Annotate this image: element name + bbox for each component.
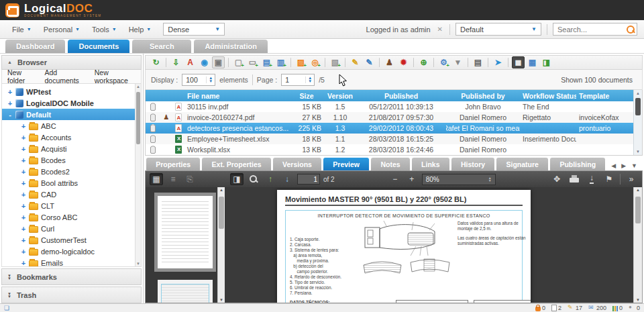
separator[interactable]: +	[488, 58, 488, 67]
tree-toggle[interactable]: +	[19, 236, 28, 244]
browser-panel-header[interactable]: ▲ Browser	[1, 55, 142, 70]
detail-tab[interactable]: Notes	[371, 158, 410, 170]
scroll-up-icon[interactable]: ▲	[634, 91, 642, 95]
table-row[interactable]: ♟ 30115 inv.pdf 15 KB 1.5 05/12/2011 10:…	[146, 101, 633, 112]
copy-icon[interactable]: ▣ +	[212, 56, 225, 68]
menu-item[interactable]: Tools ▼	[87, 23, 122, 36]
scrollbar-thumb[interactable]	[635, 98, 641, 115]
workflow-tasks-count[interactable]: 0	[612, 305, 623, 311]
density-select[interactable]: Dense ▼	[163, 23, 225, 36]
table-row[interactable]: ♟ Employee+Timesheet.xlsx 18 KB 1.1 28/0…	[146, 134, 633, 144]
subscribe-icon[interactable]: ▨ +	[294, 56, 307, 68]
tree-item[interactable]: + LogicalDOC Mobile	[2, 97, 141, 109]
tree-toggle[interactable]: +	[19, 202, 28, 210]
main-tab[interactable]: Documents	[68, 40, 129, 53]
collapse-icon[interactable]: ▲	[7, 61, 12, 64]
main-tab[interactable]: Search	[132, 40, 191, 53]
preview-scrollbar[interactable]: ▲ ▼	[633, 187, 642, 303]
scrollbar-thumb[interactable]	[136, 92, 140, 144]
scan-icon[interactable]: ▭ +	[246, 56, 259, 68]
detail-tab[interactable]: Preview	[323, 158, 369, 170]
zoom-in-button[interactable]: +	[405, 173, 419, 185]
tree-toggle[interactable]: -	[6, 111, 14, 119]
page-number-spinner[interactable]: ▲▼	[281, 74, 315, 86]
detail-tab[interactable]: Publishing	[550, 158, 605, 170]
tree-item[interactable]: + Bcodes2	[2, 166, 141, 177]
download-icon[interactable]: ↓	[585, 173, 598, 185]
tree-toggle[interactable]: +	[19, 225, 28, 233]
checked-out-count[interactable]: 2	[551, 305, 561, 311]
edit-icon[interactable]: ✎ +	[363, 56, 376, 68]
view-list-icon[interactable]: ◼ +	[512, 56, 525, 68]
bookmark-icon[interactable]: ⚑	[602, 173, 616, 185]
previous-page-button[interactable]: ↑	[264, 173, 277, 185]
tree-toggle[interactable]: +	[19, 213, 28, 221]
page-number-input[interactable]	[285, 76, 305, 84]
tree-item[interactable]: + Emails	[2, 257, 141, 267]
tree-item[interactable]: - Default	[2, 109, 141, 120]
tree-item[interactable]: + Corso ABC	[2, 211, 141, 223]
column-header-published[interactable]: Published	[356, 90, 446, 101]
table-row[interactable]: ♟ invoice-20160274.pdf 27 KB 1.10 21/08/…	[146, 112, 633, 123]
outline-view-button[interactable]: ≡	[166, 173, 180, 185]
display-count-spinner[interactable]: ▲▼	[182, 74, 215, 86]
separator[interactable]: +	[325, 58, 325, 67]
tree-item[interactable]: + CLT	[2, 200, 141, 211]
menu-item[interactable]: Help ▼	[123, 23, 157, 36]
separator[interactable]: +	[290, 58, 291, 67]
checkout-icon[interactable]: ✎ +	[349, 56, 362, 68]
main-tab[interactable]: Dashboard	[5, 40, 65, 53]
clipboard-status-icon[interactable]: ❏	[4, 305, 9, 311]
detail-tab[interactable]: History	[451, 158, 495, 170]
page-thumbnail-2[interactable]	[158, 280, 213, 303]
tree-item[interactable]: + Accounts	[2, 132, 141, 143]
separator[interactable]: +	[166, 58, 166, 67]
workspace-select[interactable]: Default ▼	[455, 23, 541, 36]
folder-action-link[interactable]: Add documents	[44, 68, 85, 85]
table-row[interactable]: ♟ Worksplit.xlsx 13 KB 1.2 28/03/2018 16…	[146, 144, 633, 155]
separator[interactable]: +	[413, 58, 414, 67]
add-form-icon[interactable]: ▧ +	[329, 56, 341, 68]
print-icon[interactable]	[568, 173, 581, 185]
refresh-icon[interactable]: ↻ +	[150, 56, 162, 68]
next-page-button[interactable]: ↓	[280, 173, 294, 185]
convert-icon[interactable]: ◉ +	[198, 56, 211, 68]
print-icon[interactable]: ▤ +	[472, 56, 484, 68]
page-number-input[interactable]	[297, 174, 320, 185]
export-pdf-icon[interactable]: A +	[184, 56, 197, 68]
tree-item[interactable]: + demo-logicaldoc	[2, 246, 141, 257]
column-header-workflow[interactable]: Workflow Status	[520, 90, 576, 101]
tree-toggle[interactable]: +	[19, 248, 28, 256]
separator[interactable]: +	[345, 58, 345, 67]
sidebar-section-header[interactable]: ▼▼ Bookmarks	[1, 268, 142, 285]
spinner-arrows-icon[interactable]: ▲▼	[305, 76, 314, 83]
scrollbar-thumb[interactable]	[219, 197, 224, 229]
logout-icon[interactable]: ✕	[436, 25, 444, 33]
tree-item[interactable]: + CAD	[2, 189, 141, 200]
scrollbar-thumb[interactable]	[635, 197, 641, 223]
scroll-down-icon[interactable]: ▼	[634, 150, 642, 154]
publish-icon[interactable]: ⊕ +	[417, 56, 430, 68]
export-icon[interactable]: ➤ +	[492, 56, 504, 68]
events-count[interactable]: 17	[568, 305, 582, 311]
table-row[interactable]: ♟ detectores presencia estancos.... 225 …	[146, 123, 633, 134]
more-tools-button[interactable]: »	[625, 173, 638, 185]
tab-scroll-right-icon[interactable]: ▶	[621, 162, 626, 169]
column-header-template[interactable]: Template	[576, 90, 633, 101]
import-cloud-icon[interactable]: ▤ +	[260, 56, 273, 68]
detail-tab[interactable]: Properties	[146, 158, 200, 170]
spinner-arrows-icon[interactable]: ▲▼	[206, 76, 215, 83]
filter-icon[interactable]: ▼ +	[451, 56, 464, 68]
menu-item[interactable]: Personal ▼	[38, 23, 85, 36]
sidebar-toggle-button[interactable]: ◨	[230, 173, 244, 185]
scroll-down-icon[interactable]: ▼	[634, 298, 642, 302]
tree-toggle[interactable]: +	[19, 179, 28, 187]
separator[interactable]: +	[468, 58, 468, 67]
stamp-icon[interactable]: ♟ +	[383, 56, 396, 68]
thumbnails-scrollbar[interactable]: ▲ ▼	[217, 187, 225, 303]
column-header-version[interactable]: Version	[324, 90, 356, 101]
search-icon[interactable]	[625, 24, 635, 34]
separator[interactable]: +	[433, 58, 434, 67]
detail-tab[interactable]: Ext. Properties	[202, 158, 271, 170]
pdf-viewport[interactable]: Movimiento MASTER 90° (9501 BL) y 220° (…	[225, 187, 633, 303]
